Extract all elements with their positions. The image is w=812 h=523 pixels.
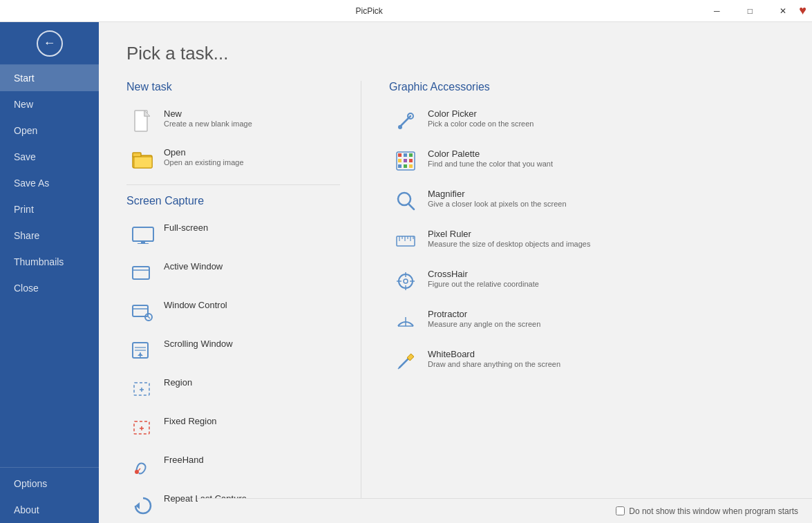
- sidebar-label-about: About: [14, 504, 39, 515]
- ga-protractor-desc: Measure any angle on the screen: [428, 320, 540, 328]
- region-icon: [131, 377, 155, 402]
- task-active-window-name: Active Window: [164, 261, 223, 272]
- maximize-button[interactable]: □: [734, 1, 766, 21]
- ga-color-picker-name: Color Picker: [428, 108, 534, 119]
- ga-whiteboard-text: WhiteBoard Draw and share anything on th…: [428, 349, 560, 368]
- svg-rect-34: [404, 153, 407, 157]
- task-freehand-name: FreeHand: [164, 455, 204, 465]
- task-fixed-region[interactable]: Fixed Region: [126, 410, 340, 446]
- back-button[interactable]: ←: [37, 30, 63, 57]
- sidebar-item-print[interactable]: Print: [0, 196, 99, 222]
- task-region-name: Region: [164, 377, 192, 388]
- sidebar-label-open: Open: [14, 125, 37, 136]
- protractor-icon: [393, 309, 418, 334]
- whiteboard-icon: [393, 349, 418, 374]
- ga-color-palette[interactable]: Color Palette Find and tune the color th…: [389, 143, 784, 179]
- task-scrolling-window[interactable]: Scrolling Window: [126, 333, 340, 369]
- ga-whiteboard[interactable]: WhiteBoard Draw and share anything on th…: [389, 343, 784, 379]
- screen-capture-title: Screen Capture: [126, 195, 340, 207]
- svg-rect-4: [134, 157, 152, 168]
- task-open[interactable]: Open Open an existing image: [126, 142, 340, 178]
- ga-pixel-ruler[interactable]: Pixel Ruler Measure the size of desktop …: [389, 223, 784, 259]
- page-title: Pick a task...: [126, 43, 784, 64]
- content-area: Pick a task... New task New: [99, 22, 812, 523]
- sidebar-item-open[interactable]: Open: [0, 117, 99, 144]
- sidebar-item-options[interactable]: Options: [0, 470, 99, 497]
- ga-magnifier[interactable]: Magnifier Give a closer look at pixels o…: [389, 183, 784, 219]
- right-column: Graphic Accessories Color Picker Pick a …: [361, 81, 784, 523]
- ga-protractor[interactable]: Protractor Measure any angle on the scre…: [389, 303, 784, 339]
- minimize-button[interactable]: ─: [701, 1, 733, 21]
- task-freehand[interactable]: FreeHand: [126, 449, 340, 485]
- sidebar-label-close: Close: [14, 283, 39, 294]
- section-divider-1: [126, 184, 340, 185]
- ga-crosshair-desc: Figure out the relative coordinate: [428, 280, 539, 288]
- ga-protractor-text: Protractor Measure any angle on the scre…: [428, 309, 540, 328]
- sidebar-item-save-as[interactable]: Save As: [0, 170, 99, 196]
- task-window-control[interactable]: Window Control: [126, 294, 340, 330]
- ga-color-picker[interactable]: Color Picker Pick a color code on the sc…: [389, 103, 784, 139]
- sidebar-item-about[interactable]: About: [0, 497, 99, 523]
- ga-crosshair-text: CrossHair Figure out the relative coordi…: [428, 269, 539, 288]
- sidebar-label-save-as: Save As: [14, 178, 49, 189]
- ga-crosshair[interactable]: CrossHair Figure out the relative coordi…: [389, 263, 784, 299]
- svg-rect-3: [133, 153, 141, 157]
- svg-rect-37: [404, 159, 407, 162]
- svg-point-52: [404, 279, 408, 283]
- columns: New task New Create a new blank image: [126, 81, 784, 523]
- sidebar-item-save[interactable]: Save: [0, 144, 99, 170]
- pixel-ruler-icon: [393, 229, 418, 254]
- window-control-icon: [131, 300, 155, 325]
- sidebar-label-print: Print: [14, 204, 34, 215]
- ga-protractor-name: Protractor: [428, 309, 540, 319]
- task-fixed-region-text: Fixed Region: [164, 416, 217, 426]
- sidebar-label-share: Share: [14, 230, 39, 241]
- close-button[interactable]: ✕: [767, 1, 799, 21]
- ga-pixel-ruler-name: Pixel Ruler: [428, 229, 590, 239]
- task-fullscreen[interactable]: Full-screen: [126, 217, 340, 253]
- svg-rect-41: [409, 164, 413, 168]
- task-window-control-name: Window Control: [164, 300, 227, 310]
- ga-magnifier-desc: Give a closer look at pixels on the scre…: [428, 200, 567, 208]
- fullscreen-icon: [131, 222, 155, 247]
- dont-show-label[interactable]: Do not show this window when program sta…: [629, 506, 798, 516]
- sidebar-item-start[interactable]: Start: [0, 65, 99, 91]
- ga-title: Graphic Accessories: [389, 81, 784, 93]
- app-body: ← Start New Open Save Save As Print Shar…: [0, 22, 812, 523]
- svg-rect-5: [133, 227, 153, 241]
- sidebar: ← Start New Open Save Save As Print Shar…: [0, 22, 99, 523]
- sidebar-label-new: New: [14, 99, 33, 110]
- svg-rect-39: [398, 164, 402, 168]
- scrolling-window-icon: [131, 339, 155, 363]
- task-region[interactable]: Region: [126, 372, 340, 408]
- svg-rect-36: [398, 159, 402, 162]
- task-new[interactable]: New Create a new blank image: [126, 103, 340, 139]
- ga-magnifier-text: Magnifier Give a closer look at pixels o…: [428, 189, 567, 208]
- app-title: PicPick: [37, 6, 701, 16]
- svg-line-14: [147, 316, 150, 318]
- task-scrolling-window-text: Scrolling Window: [164, 339, 233, 349]
- new-task-title: New task: [126, 81, 340, 93]
- sidebar-back: ←: [0, 22, 99, 65]
- sidebar-label-start: Start: [14, 73, 35, 84]
- window-controls: ─ □ ✕: [701, 1, 799, 21]
- ga-magnifier-name: Magnifier: [428, 189, 567, 199]
- svg-line-43: [409, 205, 414, 209]
- ga-pixel-ruler-text: Pixel Ruler Measure the size of desktop …: [428, 229, 590, 248]
- svg-point-26: [135, 470, 139, 474]
- left-column: New task New Create a new blank image: [126, 81, 361, 523]
- sidebar-label-thumbnails: Thumbnails: [14, 256, 64, 267]
- sidebar-item-share[interactable]: Share: [0, 222, 99, 249]
- heart-icon[interactable]: ♥: [799, 3, 806, 18]
- sidebar-item-thumbnails[interactable]: Thumbnails: [0, 249, 99, 275]
- ga-color-picker-text: Color Picker Pick a color code on the sc…: [428, 108, 534, 128]
- bottom-bar: Do not show this window when program sta…: [198, 498, 812, 523]
- task-active-window[interactable]: Active Window: [126, 256, 340, 292]
- color-palette-icon: [393, 149, 418, 173]
- sidebar-item-new[interactable]: New: [0, 91, 99, 117]
- sidebar-item-close[interactable]: Close: [0, 275, 99, 301]
- new-file-icon: [131, 108, 155, 133]
- svg-rect-8: [138, 243, 149, 244]
- dont-show-checkbox[interactable]: [616, 506, 625, 515]
- svg-rect-33: [398, 153, 402, 157]
